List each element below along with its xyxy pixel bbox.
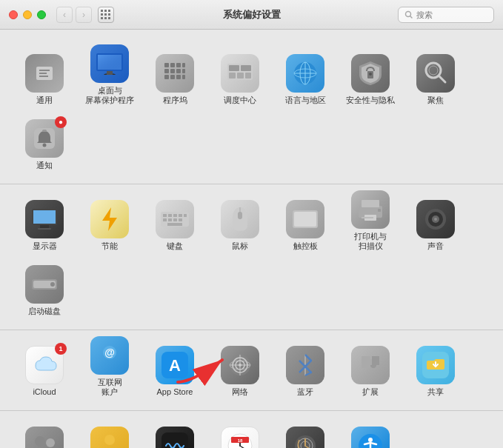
svg-rect-43 (33, 210, 56, 224)
pref-spotlight-label: 聚焦 (427, 96, 444, 105)
pref-internet-label: 互联网账户 (98, 378, 122, 397)
svg-rect-12 (170, 63, 175, 67)
pref-appstore[interactable]: A App Store (142, 336, 207, 401)
svg-rect-27 (237, 73, 244, 78)
section-hardware: 显示器 节能 (0, 184, 503, 330)
svg-rect-44 (40, 225, 49, 228)
close-button[interactable] (9, 10, 18, 19)
back-button[interactable]: ‹ (56, 7, 73, 23)
svg-rect-22 (182, 75, 185, 79)
svg-rect-18 (170, 75, 175, 79)
pref-sound-label: 声音 (427, 241, 444, 251)
icon-grid-4: 用户与群组 家长控制 (12, 417, 491, 448)
pref-trackpad[interactable]: 触控板 (273, 190, 338, 255)
svg-rect-49 (173, 214, 177, 217)
svg-rect-56 (167, 223, 182, 226)
icon-grid-1: 通用 (12, 44, 491, 175)
svg-rect-51 (184, 214, 187, 217)
pref-security[interactable]: 安全性与隐私 (338, 44, 403, 110)
svg-rect-5 (39, 76, 48, 77)
pref-extension-label: 扩展 (362, 387, 379, 397)
minimize-button[interactable] (23, 10, 32, 19)
pref-sound[interactable]: 声音 (403, 190, 468, 255)
svg-rect-10 (107, 71, 113, 75)
svg-rect-25 (241, 65, 251, 71)
pref-dock[interactable]: 程序坞 (142, 44, 207, 110)
pref-startup[interactable]: 启动磁盘 (12, 255, 77, 321)
svg-rect-50 (179, 214, 182, 217)
svg-rect-65 (362, 217, 373, 218)
icon-grid-3: 1 iCloud @ 互联网账户 (12, 336, 491, 401)
pref-printer[interactable]: 打印机与扫描仪 (338, 190, 403, 255)
svg-rect-26 (229, 73, 236, 78)
pref-sharing[interactable]: 共享 (403, 336, 468, 401)
svg-rect-17 (164, 75, 169, 79)
svg-rect-11 (164, 63, 169, 67)
svg-point-72 (50, 282, 55, 287)
svg-rect-3 (39, 70, 50, 71)
pref-parental[interactable]: 家长控制 (77, 417, 142, 448)
title-bar: ‹ › 系统偏好设置 (0, 0, 503, 30)
svg-point-87 (46, 438, 55, 447)
svg-rect-48 (168, 214, 172, 217)
pref-language-label: 语言与地区 (285, 96, 326, 105)
pref-spotlight[interactable]: 聚焦 (403, 44, 468, 110)
traffic-lights (9, 10, 46, 19)
search-box[interactable] (398, 7, 494, 23)
pref-accessibility[interactable]: 辅助功能 (338, 417, 403, 448)
pref-timemachine[interactable]: 时间机器 (273, 417, 338, 448)
pref-icloud[interactable]: 1 iCloud (12, 336, 77, 401)
pref-energy[interactable]: 节能 (77, 190, 142, 255)
pref-general[interactable]: 通用 (12, 44, 77, 110)
svg-rect-55 (179, 218, 182, 221)
maximize-button[interactable] (37, 10, 46, 19)
pref-energy-label: 节能 (101, 241, 118, 251)
pref-display[interactable]: 显示器 (12, 190, 77, 255)
pref-network-label: 网络 (232, 387, 248, 397)
pref-bluetooth-label: 蓝牙 (297, 387, 313, 397)
forward-button[interactable]: › (76, 7, 92, 23)
svg-text:A: A (169, 356, 181, 375)
pref-dock-label: 程序坞 (163, 96, 187, 105)
pref-extension[interactable]: 扩展 (338, 336, 403, 401)
pref-mission[interactable]: 调度中心 (207, 44, 273, 110)
grid-view-button[interactable] (98, 7, 114, 23)
svg-rect-19 (176, 75, 181, 79)
svg-rect-16 (176, 69, 181, 73)
svg-rect-58 (238, 212, 242, 219)
pref-mission-label: 调度中心 (224, 96, 256, 105)
pref-icloud-label: iCloud (33, 387, 56, 397)
svg-rect-54 (173, 218, 177, 221)
pref-notification[interactable]: ● 通知 (12, 110, 77, 175)
pref-display-label: 显示器 (33, 241, 57, 251)
svg-rect-64 (378, 209, 381, 212)
svg-rect-45 (38, 228, 51, 230)
svg-rect-13 (176, 63, 181, 67)
section-personal: 通用 (0, 39, 503, 184)
pref-keyboard[interactable]: 键盘 (142, 190, 207, 255)
search-input[interactable] (416, 10, 487, 19)
svg-point-69 (434, 218, 437, 221)
pref-network[interactable]: 网络 (207, 336, 273, 401)
pref-siri[interactable]: Siri (142, 417, 207, 448)
icloud-badge: 1 (55, 343, 67, 355)
main-content: 通用 (0, 30, 503, 448)
pref-language[interactable]: 语言与地区 (273, 44, 338, 110)
svg-rect-20 (182, 63, 185, 67)
pref-datetime[interactable]: 18 日期与时间 (207, 417, 273, 448)
pref-mouse-label: 鼠标 (232, 241, 248, 251)
svg-point-88 (104, 435, 115, 445)
pref-desktop[interactable]: 桌面与屏幕保护程序 (77, 44, 142, 110)
pref-desktop-label: 桌面与屏幕保护程序 (85, 86, 134, 105)
pref-bluetooth[interactable]: 蓝牙 (273, 336, 338, 401)
pref-printer-label: 打印机与扫描仪 (354, 232, 387, 251)
pref-sharing-label: 共享 (427, 387, 444, 397)
svg-rect-4 (39, 73, 47, 74)
pref-mouse[interactable]: 鼠标 (207, 190, 273, 255)
pref-internet[interactable]: @ 互联网账户 (77, 336, 142, 401)
icon-grid-2: 显示器 节能 (12, 190, 491, 321)
pref-users[interactable]: 用户与群组 (12, 417, 77, 448)
window-title: 系统偏好设置 (223, 8, 281, 21)
pref-appstore-label: App Store (157, 387, 193, 397)
pref-startup-label: 启动磁盘 (28, 307, 61, 316)
